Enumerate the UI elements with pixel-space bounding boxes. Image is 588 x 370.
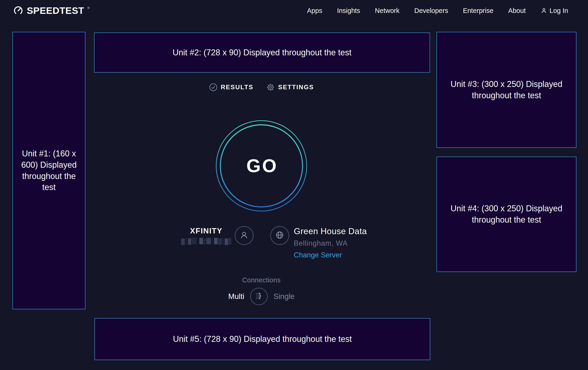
nav-insights[interactable]: Insights	[337, 7, 360, 15]
login-label: Log In	[549, 7, 568, 15]
main-nav: Apps Insights Network Developers Enterpr…	[307, 7, 568, 15]
tab-settings-label: SETTINGS	[278, 84, 314, 91]
isp-name: XFINITY	[181, 227, 231, 235]
ad-unit-3: Unit #3: (300 x 250) Displayed throughou…	[437, 32, 577, 148]
isp-avatar	[235, 226, 253, 245]
nav-network[interactable]: Network	[375, 7, 399, 15]
connections-toggle[interactable]	[250, 288, 268, 305]
ad-unit-3-label: Unit #3: (300 x 250) Displayed throughou…	[439, 79, 574, 101]
person-icon	[239, 230, 249, 241]
ad-unit-1-label: Unit #1: (160 x 600) Displayed throughou…	[15, 148, 83, 193]
ad-unit-2: Unit #2: (728 x 90) Displayed throughout…	[94, 32, 430, 73]
censored-ip	[181, 238, 231, 245]
multi-arrows-icon	[253, 291, 264, 302]
tab-bar: RESULTS SETTINGS	[192, 83, 331, 91]
speedtest-logo[interactable]: SPEEDTEST®	[13, 5, 90, 16]
change-server-link[interactable]: Change Server	[294, 251, 342, 259]
globe-icon	[274, 230, 285, 241]
tab-results-label: RESULTS	[221, 84, 253, 91]
tab-settings[interactable]: SETTINGS	[266, 83, 314, 91]
nav-enterprise[interactable]: Enterprise	[463, 7, 493, 15]
connections-multi-option[interactable]: Multi	[228, 292, 244, 301]
server-avatar	[270, 226, 289, 245]
go-button[interactable]: GO	[215, 120, 308, 212]
login-button[interactable]: Log In	[540, 7, 568, 15]
logo-text: SPEEDTEST	[27, 5, 84, 16]
logo-trademark: ®	[87, 6, 90, 10]
go-button-label: GO	[215, 120, 308, 212]
ad-unit-5-label: Unit #5: (728 x 90) Displayed throughout…	[173, 334, 352, 345]
ad-unit-4: Unit #4: (300 x 250) Displayed throughou…	[437, 157, 577, 272]
connections-single-option[interactable]: Single	[273, 292, 295, 301]
check-circle-icon	[209, 83, 218, 91]
server-location: Bellingham, WA	[294, 239, 367, 248]
gauge-icon	[13, 5, 23, 16]
nav-developers[interactable]: Developers	[414, 7, 448, 15]
tab-results[interactable]: RESULTS	[209, 83, 253, 91]
top-nav: SPEEDTEST® Apps Insights Network Develop…	[0, 0, 588, 21]
isp-info: XFINITY	[181, 226, 253, 245]
gear-icon	[266, 83, 275, 91]
ad-unit-5: Unit #5: (728 x 90) Displayed throughout…	[94, 318, 430, 360]
person-icon	[540, 7, 547, 14]
server-info: Green House Data Bellingham, WA Change S…	[270, 226, 367, 259]
ad-unit-1: Unit #1: (160 x 600) Displayed throughou…	[12, 32, 85, 309]
nav-apps[interactable]: Apps	[307, 7, 322, 15]
connections-label: Connections	[215, 276, 308, 284]
connections-section: Connections Multi Single	[215, 276, 308, 305]
server-name: Green House Data	[294, 227, 367, 236]
nav-about[interactable]: About	[508, 7, 526, 15]
ad-unit-2-label: Unit #2: (728 x 90) Displayed throughout…	[173, 47, 351, 58]
ad-unit-4-label: Unit #4: (300 x 250) Displayed throughou…	[439, 203, 574, 226]
